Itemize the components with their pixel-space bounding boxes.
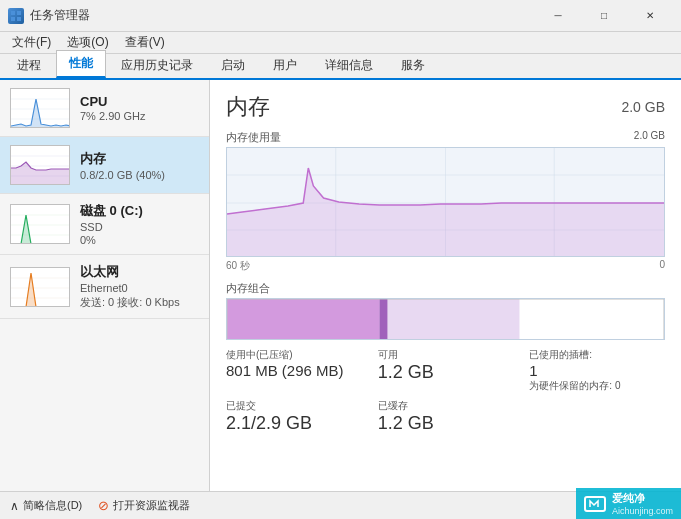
chevron-icon: ∧: [10, 499, 19, 513]
tab-services[interactable]: 服务: [388, 52, 438, 78]
disk-info: 磁盘 0 (C:) SSD 0%: [80, 202, 199, 246]
memory-name: 内存: [80, 150, 199, 168]
stat-in-use-label: 使用中(已压缩): [226, 348, 362, 362]
cpu-name: CPU: [80, 94, 199, 109]
svg-rect-36: [520, 299, 664, 340]
stat-slots-label: 已使用的插槽:: [529, 348, 665, 362]
chart1-time-labels: 60 秒 0: [226, 259, 665, 273]
watermark-text: 爱纯净 Aichunjing.com: [612, 491, 673, 516]
memory-mini-chart: [10, 145, 70, 185]
stat-hw-reserved-label: 为硬件保留的内存: 0: [529, 379, 665, 393]
window-title: 任务管理器: [30, 7, 535, 24]
svg-rect-33: [227, 299, 379, 340]
tab-users[interactable]: 用户: [260, 52, 310, 78]
stat-available-label: 可用: [378, 348, 514, 362]
cpu-info: CPU 7% 2.90 GHz: [80, 94, 199, 122]
network-mini-chart: [10, 267, 70, 307]
sidebar: CPU 7% 2.90 GHz 内存 0.8/2.0 GB (40%): [0, 80, 210, 491]
stat-cached: 已缓存 1.2 GB: [378, 399, 514, 434]
memory-info: 内存 0.8/2.0 GB (40%): [80, 150, 199, 181]
tab-performance[interactable]: 性能: [56, 50, 106, 78]
memory-usage-chart: [226, 147, 665, 257]
stat-available-value: 1.2 GB: [378, 362, 514, 383]
maximize-button[interactable]: □: [581, 0, 627, 32]
svg-rect-35: [388, 299, 520, 340]
svg-rect-14: [11, 205, 70, 244]
menu-file[interactable]: 文件(F): [4, 32, 59, 53]
disk-mini-chart: [10, 204, 70, 244]
resource-monitor-link[interactable]: ⊘ 打开资源监视器: [98, 498, 190, 513]
stat-committed-value: 2.1/2.9 GB: [226, 413, 362, 434]
stat-slots-value: 1: [529, 362, 665, 379]
time-left: 60 秒: [226, 259, 250, 273]
stat-slots: 已使用的插槽: 1 为硬件保留的内存: 0: [529, 348, 665, 393]
svg-rect-34: [379, 299, 387, 340]
svg-rect-3: [17, 17, 21, 21]
stat-committed-label: 已提交: [226, 399, 362, 413]
chart2-label: 内存组合: [226, 281, 665, 296]
sidebar-item-memory[interactable]: 内存 0.8/2.0 GB (40%): [0, 137, 209, 194]
watermark-logo: [584, 496, 606, 512]
titlebar: 任务管理器 ─ □ ✕: [0, 0, 681, 32]
monitor-icon: ⊘: [98, 498, 109, 513]
stat-committed: 已提交 2.1/2.9 GB: [226, 399, 362, 434]
time-right: 0: [659, 259, 665, 273]
disk-name: 磁盘 0 (C:): [80, 202, 199, 220]
tab-details[interactable]: 详细信息: [312, 52, 386, 78]
window-controls: ─ □ ✕: [535, 0, 673, 32]
tabbar: 进程 性能 应用历史记录 启动 用户 详细信息 服务: [0, 54, 681, 80]
monitor-label: 打开资源监视器: [113, 498, 190, 513]
disk-type: SSD: [80, 221, 199, 233]
summary-toggle[interactable]: ∧ 简略信息(D): [10, 498, 82, 513]
tab-startup[interactable]: 启动: [208, 52, 258, 78]
watermark: 爱纯净 Aichunjing.com: [576, 488, 681, 519]
minimize-button[interactable]: ─: [535, 0, 581, 32]
sidebar-item-disk[interactable]: 磁盘 0 (C:) SSD 0%: [0, 194, 209, 255]
main-content: CPU 7% 2.90 GHz 内存 0.8/2.0 GB (40%): [0, 80, 681, 491]
disk-usage: 0%: [80, 234, 199, 246]
cpu-detail: 7% 2.90 GHz: [80, 110, 199, 122]
stat-available: 可用 1.2 GB: [378, 348, 514, 393]
panel-total: 2.0 GB: [621, 99, 665, 115]
memory-composition-chart: [226, 298, 665, 340]
network-speed: 发送: 0 接收: 0 Kbps: [80, 295, 199, 310]
sidebar-item-cpu[interactable]: CPU 7% 2.90 GHz: [0, 80, 209, 137]
stat-cached-value: 1.2 GB: [378, 413, 514, 434]
network-name: 以太网: [80, 263, 199, 281]
stat-cached-label: 已缓存: [378, 399, 514, 413]
close-button[interactable]: ✕: [627, 0, 673, 32]
summary-label: 简略信息(D): [23, 498, 82, 513]
right-panel: 内存 2.0 GB 内存使用量 2.0 GB: [210, 80, 681, 491]
chart1-max: 2.0 GB: [634, 130, 665, 141]
sidebar-item-network[interactable]: 以太网 Ethernet0 发送: 0 接收: 0 Kbps: [0, 255, 209, 319]
panel-title: 内存: [226, 92, 270, 122]
cpu-mini-chart: [10, 88, 70, 128]
memory-composition-section: 内存组合: [226, 281, 665, 340]
stat-in-use-value: 801 MB (296 MB): [226, 362, 362, 379]
app-icon: [8, 8, 24, 24]
svg-rect-19: [11, 268, 70, 307]
chart1-label: 内存使用量 2.0 GB: [226, 130, 665, 145]
tab-history[interactable]: 应用历史记录: [108, 52, 206, 78]
svg-rect-0: [11, 11, 15, 15]
network-adapter: Ethernet0: [80, 282, 199, 294]
memory-detail: 0.8/2.0 GB (40%): [80, 169, 199, 181]
stat-in-use: 使用中(已压缩) 801 MB (296 MB): [226, 348, 362, 393]
footer: ∧ 简略信息(D) ⊘ 打开资源监视器 爱纯净 Aichunjing.com: [0, 491, 681, 519]
network-info: 以太网 Ethernet0 发送: 0 接收: 0 Kbps: [80, 263, 199, 310]
tab-processes[interactable]: 进程: [4, 52, 54, 78]
memory-usage-section: 内存使用量 2.0 GB: [226, 130, 665, 273]
panel-header: 内存 2.0 GB: [226, 92, 665, 122]
svg-rect-1: [17, 11, 21, 15]
stats-grid: 使用中(已压缩) 801 MB (296 MB) 可用 1.2 GB 已使用的插…: [226, 348, 665, 434]
svg-rect-2: [11, 17, 15, 21]
menu-view[interactable]: 查看(V): [117, 32, 173, 53]
